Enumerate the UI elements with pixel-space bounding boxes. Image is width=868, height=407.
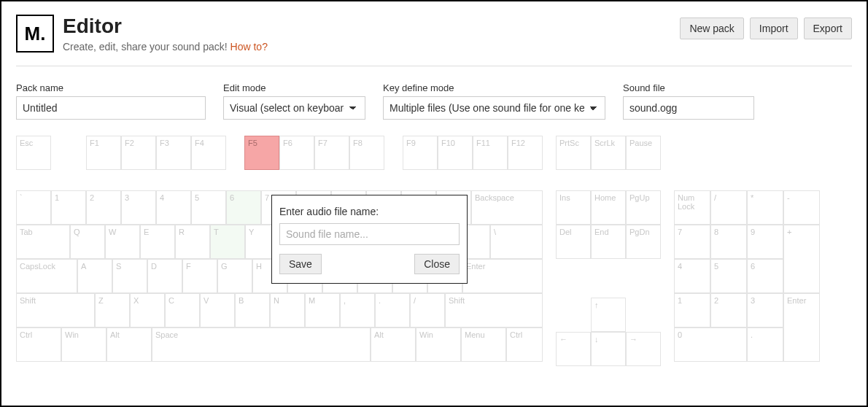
key-f3[interactable]: F3: [156, 136, 191, 170]
key-w[interactable]: W: [105, 225, 140, 259]
key-comma[interactable]: ,: [340, 293, 375, 327]
key-rctrl[interactable]: Ctrl: [506, 327, 543, 362]
divider: [16, 66, 852, 66]
key-num9[interactable]: 9: [747, 225, 783, 259]
key-3[interactable]: 3: [121, 190, 156, 225]
key-del[interactable]: Del: [556, 225, 591, 259]
key-g[interactable]: G: [217, 259, 252, 293]
key-num6[interactable]: 6: [747, 259, 783, 293]
key-lwin[interactable]: Win: [61, 327, 106, 362]
key-1[interactable]: 1: [51, 190, 86, 225]
key-up-arrow[interactable]: ↑: [591, 298, 626, 332]
key-numlock[interactable]: Num Lock: [674, 190, 710, 225]
key-home[interactable]: Home: [591, 190, 626, 225]
key-v[interactable]: V: [200, 293, 235, 327]
key-a[interactable]: A: [77, 259, 112, 293]
key-b[interactable]: B: [235, 293, 270, 327]
key-mode-select[interactable]: Multiple files (Use one sound file for o…: [383, 96, 605, 120]
key-rshift[interactable]: Shift: [445, 293, 543, 327]
key-num1[interactable]: 1: [674, 293, 710, 327]
key-ralt[interactable]: Alt: [371, 327, 416, 362]
page-subtitle: Create, edit, share your sound pack! How…: [63, 41, 268, 53]
key-t[interactable]: T: [210, 225, 245, 259]
pack-name-label: Pack name: [16, 82, 206, 93]
key-f11[interactable]: F11: [473, 136, 508, 170]
key-pause[interactable]: Pause: [626, 136, 661, 170]
key-left-arrow[interactable]: ←: [556, 332, 591, 366]
key-x[interactable]: X: [130, 293, 165, 327]
key-5[interactable]: 5: [191, 190, 226, 225]
pack-name-input[interactable]: [16, 96, 206, 120]
popover-close-button[interactable]: Close: [414, 254, 460, 274]
key-num0[interactable]: 0: [674, 327, 747, 362]
key-r[interactable]: R: [175, 225, 210, 259]
key-4[interactable]: 4: [156, 190, 191, 225]
key-lctrl[interactable]: Ctrl: [16, 327, 61, 362]
key-lshift[interactable]: Shift: [16, 293, 95, 327]
key-f6[interactable]: F6: [279, 136, 314, 170]
key-backslash[interactable]: \: [490, 225, 543, 259]
key-c[interactable]: C: [165, 293, 200, 327]
import-button[interactable]: Import: [750, 18, 798, 39]
key-num4[interactable]: 4: [674, 259, 710, 293]
key-backtick[interactable]: `: [16, 190, 51, 225]
key-slash[interactable]: /: [410, 293, 445, 327]
key-f7[interactable]: F7: [314, 136, 349, 170]
key-menu[interactable]: Menu: [461, 327, 506, 362]
key-tab[interactable]: Tab: [16, 225, 70, 259]
key-q[interactable]: Q: [70, 225, 105, 259]
key-s[interactable]: S: [112, 259, 147, 293]
sound-file-input[interactable]: [623, 96, 754, 120]
key-prtsc[interactable]: PrtSc: [556, 136, 591, 170]
key-n[interactable]: N: [270, 293, 305, 327]
key-2[interactable]: 2: [86, 190, 121, 225]
key-rwin[interactable]: Win: [416, 327, 461, 362]
key-esc[interactable]: Esc: [16, 136, 51, 170]
popover-save-button[interactable]: Save: [279, 254, 322, 274]
new-pack-button[interactable]: New pack: [680, 18, 743, 39]
key-scrlk[interactable]: ScrLk: [591, 136, 626, 170]
key-end[interactable]: End: [591, 225, 626, 259]
key-num5[interactable]: 5: [710, 259, 747, 293]
key-f12[interactable]: F12: [508, 136, 543, 170]
key-capslock[interactable]: CapsLock: [16, 259, 77, 293]
key-f5[interactable]: F5: [244, 136, 279, 170]
edit-mode-select[interactable]: Visual (select on keyboard): [223, 96, 365, 120]
key-lalt[interactable]: Alt: [106, 327, 152, 362]
key-backspace[interactable]: Backspace: [471, 190, 543, 225]
key-num-add[interactable]: +: [783, 225, 820, 293]
key-6[interactable]: 6: [226, 190, 261, 225]
key-down-arrow[interactable]: ↓: [591, 332, 626, 366]
key-num-dot[interactable]: .: [747, 327, 783, 362]
key-num8[interactable]: 8: [710, 225, 747, 259]
key-f[interactable]: F: [182, 259, 217, 293]
key-f2[interactable]: F2: [121, 136, 156, 170]
key-ins[interactable]: Ins: [556, 190, 591, 225]
key-num3[interactable]: 3: [747, 293, 783, 327]
logo[interactable]: M.: [16, 15, 54, 53]
key-right-arrow[interactable]: →: [626, 332, 661, 366]
key-period[interactable]: .: [375, 293, 410, 327]
key-f4[interactable]: F4: [191, 136, 226, 170]
key-num7[interactable]: 7: [674, 225, 710, 259]
key-f10[interactable]: F10: [438, 136, 473, 170]
key-space[interactable]: Space: [152, 327, 371, 362]
key-pgup[interactable]: PgUp: [626, 190, 661, 225]
key-e[interactable]: E: [140, 225, 175, 259]
export-button[interactable]: Export: [804, 18, 852, 39]
key-f8[interactable]: F8: [349, 136, 384, 170]
key-f9[interactable]: F9: [403, 136, 438, 170]
key-num2[interactable]: 2: [710, 293, 747, 327]
key-m[interactable]: M: [305, 293, 340, 327]
howto-link[interactable]: How to?: [230, 41, 268, 53]
key-pgdn[interactable]: PgDn: [626, 225, 661, 259]
key-enter[interactable]: Enter: [462, 259, 543, 293]
key-num-sub[interactable]: -: [783, 190, 820, 225]
key-num-mul[interactable]: *: [747, 190, 783, 225]
key-num-div[interactable]: /: [710, 190, 747, 225]
key-num-enter[interactable]: Enter: [783, 293, 820, 362]
popover-filename-input[interactable]: [279, 223, 460, 245]
key-f1[interactable]: F1: [86, 136, 121, 170]
key-d[interactable]: D: [147, 259, 182, 293]
key-z[interactable]: Z: [95, 293, 130, 327]
